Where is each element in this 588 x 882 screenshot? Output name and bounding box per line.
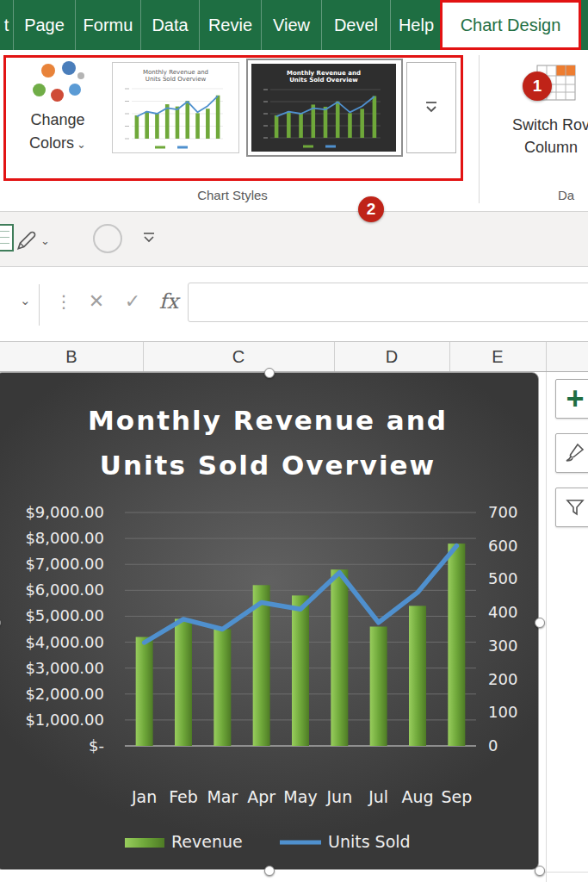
svg-text:700: 700	[488, 503, 517, 521]
change-colors-button[interactable]: Change Colors⌄	[10, 59, 105, 177]
gridline-horizontal	[539, 872, 588, 873]
svg-text:Apr: Apr	[247, 787, 275, 806]
ribbon-tab-bar: t Page Formu Data Revie View Devel Help …	[0, 0, 588, 50]
svg-text:Units Sold Overview: Units Sold Overview	[145, 76, 207, 83]
column-header-row: B C D E	[0, 341, 588, 372]
svg-text:Revenue: Revenue	[171, 832, 243, 851]
svg-text:Aug: Aug	[401, 787, 433, 806]
svg-text:May: May	[283, 787, 317, 806]
change-colors-label-line2: Colors⌄	[10, 132, 105, 156]
chart-filters-button[interactable]	[555, 488, 588, 527]
svg-text:Units Sold Overview: Units Sold Overview	[289, 77, 358, 84]
svg-text:$8,000.00: $8,000.00	[25, 529, 104, 547]
edit-pencil-button[interactable]: ⌄	[15, 224, 62, 257]
formula-bar-drag-dots[interactable]: ⋮	[55, 291, 71, 312]
tab-view[interactable]: View	[262, 0, 322, 50]
toolbar-more-icon	[141, 231, 157, 245]
chart-elements-button[interactable]: +	[555, 379, 588, 419]
svg-text:Sep: Sep	[441, 787, 472, 806]
tab-help[interactable]: Help	[391, 0, 443, 50]
chart-styles-gallery-more-button[interactable]	[406, 62, 456, 153]
svg-text:Jun: Jun	[325, 787, 352, 806]
svg-text:Jul: Jul	[368, 787, 388, 806]
svg-text:Units Sold: Units Sold	[328, 832, 411, 851]
customize-toolbar-button[interactable]	[141, 231, 162, 250]
tab-page-layout[interactable]: Page	[14, 0, 76, 50]
svg-text:Monthly Revenue and: Monthly Revenue and	[88, 405, 448, 436]
cancel-button[interactable]: ✕	[83, 288, 110, 315]
pencil-icon	[15, 229, 38, 252]
svg-text:$-: $-	[89, 736, 104, 755]
svg-text:Jan: Jan	[131, 787, 157, 806]
column-header-b[interactable]: B	[0, 342, 143, 371]
column-header-e[interactable]: E	[449, 342, 546, 371]
resize-handle-top[interactable]	[264, 368, 275, 378]
tab-chart-design[interactable]: Chart Design	[443, 3, 579, 47]
resize-handle-bottom[interactable]	[264, 866, 275, 876]
change-colors-label-line1: Change	[10, 109, 105, 132]
chevron-down-icon: ⌄	[40, 234, 50, 247]
quick-access-toolbar: ⌄	[0, 212, 588, 267]
tab-data[interactable]: Data	[141, 0, 200, 50]
svg-text:$3,000.00: $3,000.00	[25, 659, 104, 677]
change-colors-icon	[28, 60, 88, 105]
column-separator	[334, 342, 335, 371]
chart-styles-button[interactable]	[555, 433, 588, 473]
switch-row-column-label-line2: Column	[491, 136, 588, 158]
svg-text:$9,000.00: $9,000.00	[25, 503, 104, 521]
svg-text:$1,000.00: $1,000.00	[25, 711, 104, 729]
svg-text:$7,000.00: $7,000.00	[25, 555, 104, 573]
insert-function-button[interactable]: fx	[155, 288, 183, 315]
svg-text:0: 0	[488, 736, 498, 755]
column-header-d[interactable]: D	[334, 342, 449, 371]
formula-bar-row: ⌄ ⋮ ✕ ✓ fx	[0, 267, 588, 341]
paintbrush-icon	[564, 442, 586, 464]
column-separator	[449, 342, 450, 371]
plus-icon: +	[566, 383, 584, 414]
tab-review[interactable]: Revie	[200, 0, 262, 50]
chevron-down-icon: ⌄	[20, 293, 31, 308]
svg-text:500: 500	[488, 569, 517, 587]
svg-text:400: 400	[488, 603, 517, 621]
chart-styles-group-label: Chart Styles	[0, 188, 465, 202]
chevron-down-icon: ⌄	[77, 138, 86, 151]
column-separator	[546, 342, 547, 371]
svg-text:Units Sold Overview: Units Sold Overview	[100, 450, 436, 481]
svg-text:$5,000.00: $5,000.00	[25, 606, 104, 624]
svg-text:$6,000.00: $6,000.00	[25, 581, 104, 599]
chart[interactable]: $9,000.00$8,000.00$7,000.00$6,000.00$5,0…	[0, 372, 539, 870]
tab-insert-partial[interactable]: t	[0, 0, 14, 50]
switch-row-column-label-line1: Switch Rov	[491, 114, 588, 136]
data-group-label: Da	[558, 188, 574, 202]
svg-text:$4,000.00: $4,000.00	[25, 633, 104, 651]
svg-text:100: 100	[488, 703, 517, 721]
resize-handle-bottom-right[interactable]	[535, 866, 545, 876]
tab-developer[interactable]: Devel	[322, 0, 391, 50]
annotation-badge-1: 1	[523, 71, 552, 101]
chart-canvas: $9,000.00$8,000.00$7,000.00$6,000.00$5,0…	[0, 373, 540, 871]
formula-input[interactable]	[188, 283, 588, 322]
funnel-icon	[565, 497, 585, 518]
resize-handle-right[interactable]	[535, 618, 545, 628]
annotation-badge-2: 2	[358, 196, 384, 222]
ribbon-content: Change Colors⌄ Monthly Revenue andUnits …	[0, 50, 588, 212]
enter-button[interactable]: ✓	[119, 288, 146, 315]
chart-style-thumbnail-dark-selected[interactable]: Monthly Revenue andUnits Sold Overview	[246, 59, 403, 157]
svg-text:300: 300	[488, 637, 517, 655]
chart-style-thumbnail-light[interactable]: Monthly Revenue andUnits Sold Overview	[112, 62, 239, 153]
tab-formulas[interactable]: Formu	[76, 0, 141, 50]
disabled-circle-icon	[93, 224, 122, 253]
svg-text:Monthly Revenue and: Monthly Revenue and	[287, 70, 361, 77]
svg-text:$2,000.00: $2,000.00	[25, 685, 104, 703]
svg-text:200: 200	[488, 670, 517, 688]
column-separator	[143, 342, 144, 371]
gridline-vertical	[546, 372, 547, 882]
column-header-c[interactable]: C	[143, 342, 334, 371]
ribbon-group-separator	[479, 55, 480, 203]
name-box[interactable]: ⌄	[0, 284, 40, 326]
svg-text:600: 600	[488, 537, 517, 555]
gallery-more-icon	[423, 100, 440, 115]
svg-text:Monthly Revenue and: Monthly Revenue and	[143, 69, 208, 76]
svg-text:Mar: Mar	[207, 787, 238, 806]
svg-text:Feb: Feb	[169, 787, 198, 806]
